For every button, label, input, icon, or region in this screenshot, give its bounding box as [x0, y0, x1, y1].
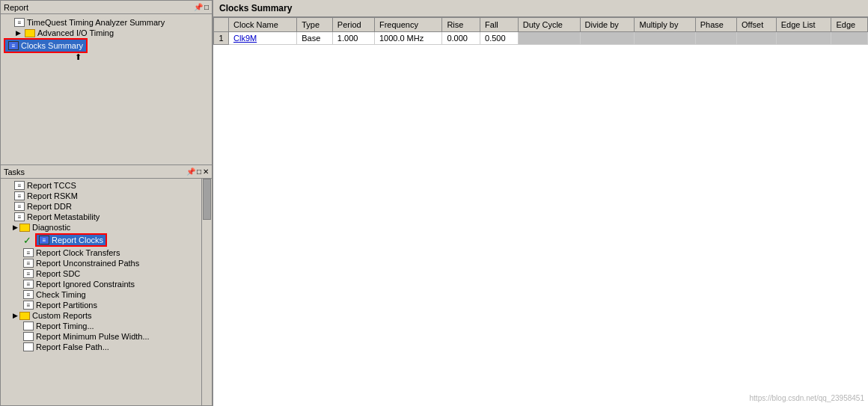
watermark: https://blog.csdn.net/qq_23958451 [750, 394, 864, 402]
tree-item-advanced-io[interactable]: ▶ Advanced I/O Timing [4, 28, 209, 38]
task-report-metastability[interactable]: ≡ Report Metastability [2, 212, 191, 222]
th-offset: Offset [737, 18, 777, 32]
label-partitions: Report Partitions [36, 301, 97, 310]
task-report-tccs[interactable]: ≡ Report TCCS [2, 180, 191, 191]
task-report-ignored[interactable]: ≡ Report Ignored Constraints [2, 279, 191, 289]
task-report-ddr[interactable]: ≡ Report DDR [2, 201, 191, 212]
task-report-rskm[interactable]: ≡ Report RSKM [2, 191, 191, 201]
tree-item-timequest[interactable]: ≡ TimeQuest Timing Analyzer Summary [4, 17, 209, 28]
cell-frequency: 1000.0 MHz [374, 32, 441, 45]
th-clock-name: Clock Name [229, 18, 297, 32]
task-report-clock-transfers[interactable]: ≡ Report Clock Transfers [2, 247, 191, 258]
tasks-title: Tasks [4, 167, 25, 176]
label-custom-reports: Custom Reports [32, 311, 91, 320]
icon-metastability: ≡ [14, 212, 25, 221]
th-duty-cycle: Duty Cycle [518, 18, 580, 32]
icon-report-timing [23, 322, 34, 330]
cell-clock-name[interactable]: Clk9M [229, 32, 297, 45]
close-icon-tasks[interactable]: ✕ [203, 167, 209, 176]
task-custom-reports-folder[interactable]: ▶ Custom Reports [2, 310, 191, 321]
th-rise: Rise [442, 18, 480, 32]
cell-edge [831, 32, 868, 45]
cell-type: Base [297, 32, 333, 45]
cell-duty-cycle [518, 32, 580, 45]
restore-icon-tasks[interactable]: □ [197, 167, 201, 176]
icon-report-false-path [23, 342, 34, 351]
icon-report-clocks: ≡ [39, 236, 49, 244]
task-diagnostic-folder[interactable]: ▶ Diagnostic [2, 222, 191, 233]
table-row: 1 Clk9M Base 1.000 1000.0 MHz 0.000 0.50… [214, 32, 868, 45]
tasks-controls: 📌 □ ✕ [186, 167, 209, 176]
th-divide-by: Divide by [580, 18, 635, 32]
icon-unconstrained: ≡ [23, 259, 34, 268]
task-report-clocks[interactable]: ✓ ≡ Report Clocks [2, 233, 191, 247]
cell-rise: 0.000 [442, 32, 480, 45]
task-report-sdc[interactable]: ≡ Report SDC [2, 268, 191, 279]
report-header: Report 📌 □ [1, 1, 212, 14]
pin-icon-tasks[interactable]: 📌 [186, 167, 195, 176]
th-edge: Edge [831, 18, 868, 32]
right-panel: Clocks Summary Clock Name Type Period Fr… [213, 0, 868, 406]
cell-period: 1.000 [332, 32, 374, 45]
clocks-table: Clock Name Type Period Frequency Rise Fa… [213, 17, 868, 45]
arrow-diagnostic: ▶ [13, 224, 18, 231]
tasks-header: Tasks 📌 □ ✕ [1, 165, 212, 179]
scrollbar-thumb[interactable] [203, 179, 211, 220]
label-report-timing: Report Timing... [36, 322, 94, 330]
arrow-custom: ▶ [13, 312, 18, 319]
icon-tccs: ≡ [14, 181, 25, 190]
report-section: Report 📌 □ ≡ TimeQuest Timing Analyzer S… [0, 0, 213, 164]
tree-item-clocks-summary[interactable]: ≡ Clocks Summary [4, 38, 88, 53]
task-report-min-pulse[interactable]: Report Minimum Pulse Width... [2, 331, 191, 342]
icon-rskm: ≡ [14, 191, 25, 200]
icon-report-min-pulse [23, 332, 34, 341]
label-report-min-pulse: Report Minimum Pulse Width... [36, 332, 150, 341]
cell-fall: 0.500 [480, 32, 519, 45]
report-tree: ≡ TimeQuest Timing Analyzer Summary ▶ Ad… [1, 14, 212, 164]
label-diagnostic: Diagnostic [32, 223, 70, 232]
th-num [214, 18, 229, 32]
label-rskm: Report RSKM [27, 191, 78, 200]
task-report-unconstrained[interactable]: ≡ Report Unconstrained Paths [2, 258, 191, 268]
label-tccs: Report TCCS [27, 181, 76, 190]
task-check-timing[interactable]: ≡ Check Timing [2, 289, 191, 300]
clock-name-link[interactable]: Clk9M [233, 34, 257, 43]
label-report-clocks: Report Clocks [52, 236, 103, 244]
doc-icon: ≡ [14, 18, 25, 27]
clocks-summary-header: Clocks Summary [213, 0, 868, 17]
th-phase: Phase [695, 18, 736, 32]
task-report-false-path[interactable]: Report False Path... [2, 342, 191, 352]
folder-icon-advanced-io [25, 29, 35, 37]
label-report-false-path: Report False Path... [36, 342, 109, 351]
tasks-scrollbar[interactable] [201, 179, 212, 405]
clocks-summary-title: Clocks Summary [219, 3, 292, 13]
cell-num: 1 [214, 32, 229, 45]
task-report-partitions[interactable]: ≡ Report Partitions [2, 300, 191, 310]
advanced-io-label: Advanced I/O Timing [37, 28, 114, 37]
label-sdc: Report SDC [36, 269, 80, 278]
cell-divide-by [580, 32, 635, 45]
th-fall: Fall [480, 18, 519, 32]
cell-offset [737, 32, 777, 45]
clocks-summary-label: Clocks Summary [21, 41, 83, 50]
th-edge-list: Edge List [776, 18, 831, 32]
folder-icon-diagnostic [19, 224, 30, 232]
icon-sdc: ≡ [23, 269, 34, 278]
cell-phase [695, 32, 736, 45]
pin-icon[interactable]: 📌 [194, 3, 203, 11]
label-check-timing: Check Timing [36, 290, 86, 299]
cell-edge-list [776, 32, 831, 45]
label-clock-transfers: Report Clock Transfers [36, 248, 120, 257]
task-report-timing[interactable]: Report Timing... [2, 321, 191, 331]
restore-icon[interactable]: □ [204, 3, 209, 11]
icon-check-timing: ≡ [23, 290, 34, 299]
arrow-advanced-io: ▶ [16, 29, 25, 37]
report-icon-clocks: ≡ [8, 41, 19, 50]
icon-ignored: ≡ [23, 280, 34, 289]
th-multiply-by: Multiply by [635, 18, 695, 32]
th-frequency: Frequency [374, 18, 441, 32]
icon-clock-transfers: ≡ [23, 248, 34, 257]
label-unconstrained: Report Unconstrained Paths [36, 259, 139, 268]
table-header-row: Clock Name Type Period Frequency Rise Fa… [214, 18, 868, 32]
cell-multiply-by [635, 32, 695, 45]
